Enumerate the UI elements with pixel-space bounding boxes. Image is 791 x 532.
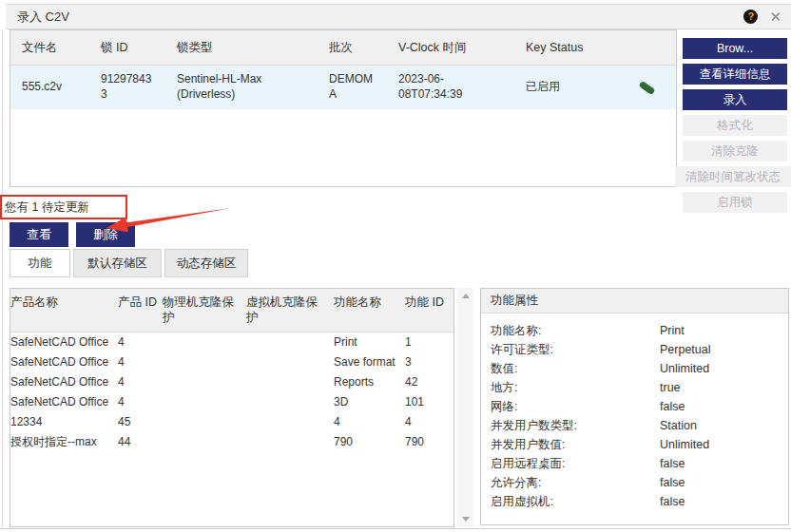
pending-update-highlight-box: 您有 1 待定更新 [0,195,127,219]
clear-clone-button[interactable]: 清除克隆 [683,141,787,162]
property-row: 数值: Unlimited [481,359,788,378]
product-name-cell: SafeNetCAD Office [10,395,118,409]
tab-default-storage[interactable]: 默认存储区 [73,249,162,277]
property-label: 并发用户数值: [481,437,660,453]
feature-id-cell: 3 [405,355,453,370]
col-vclock-time: V-Clock 时间 [398,40,526,56]
feature-name-cell: Reports [334,375,405,390]
key-status-cell: 已启用 [526,80,560,95]
feature-id-cell: 101 [405,395,453,409]
property-label: 功能名称: [481,323,660,339]
property-row: 并发用户数类型: Station [481,416,788,435]
tab-dynamic-storage[interactable]: 动态存储区 [164,249,248,277]
left-edge-divider [2,29,3,527]
product-name-cell: SafeNetCAD Office [10,355,118,370]
property-row: 并发用户数值: Unlimited [481,435,788,454]
property-label: 地方: [481,380,660,396]
col-file-name: 文件名 [22,40,101,56]
pending-update-text: 您有 1 待定更新 [2,200,89,216]
format-button[interactable]: 格式化 [683,115,787,136]
feature-name-cell: Save format [334,355,405,370]
property-label: 允许分离: [481,475,660,491]
table-row[interactable]: SafeNetCAD Office 4 3D 101 [10,392,453,412]
col-product-name: 产品名称 [10,294,118,326]
product-name-cell: SafeNetCAD Office [10,375,118,390]
col-vm-clone-protection: 虚拟机克隆保护 [246,294,334,326]
col-feature-name: 功能名称 [334,294,405,326]
property-value: Print [660,324,685,337]
product-name-cell: 12334 [10,415,118,429]
import-button[interactable]: 录入 [683,89,787,110]
property-value: Perpetual [660,343,711,356]
table-row[interactable]: 12334 45 4 4 [10,412,453,432]
property-row: 网络: false [481,397,788,416]
property-row: 许可证类型: Perpetual [481,340,788,359]
features-table-scrollbar[interactable] [457,288,473,527]
property-label: 数值: [481,361,660,377]
browse-button[interactable]: Brow... [683,38,787,59]
feature-name-cell: 3D [334,395,405,409]
scroll-down-arrow-icon[interactable] [457,511,473,527]
key-table-row[interactable]: 555.c2v 912978433 Sentinel-HL-Max (Drive… [10,66,676,109]
property-row: 启用虚拟机: false [481,492,788,511]
close-icon[interactable]: ✕ [769,10,781,24]
table-row[interactable]: 授权时指定--max 44 790 790 [10,432,453,452]
product-name-cell: 授权时指定--max [10,435,118,449]
property-row: 启用远程桌面: false [481,454,788,473]
property-label: 网络: [481,399,660,415]
property-value: Station [660,419,697,432]
property-label: 启用虚拟机: [481,494,660,510]
lock-id-cell: 912978433 [101,72,158,102]
feature-properties-list: 功能名称: Print 许可证类型: Perpetual 数值: Unlimit… [481,314,788,511]
col-batch: 批次 [329,40,398,56]
property-label: 并发用户数类型: [481,418,660,434]
product-name-cell: SafeNetCAD Office [10,335,118,350]
feature-name-cell: Print [334,335,405,350]
feature-properties-title: 功能属性 [481,289,788,314]
feature-id-cell: 4 [405,415,453,429]
import-c2v-dialog: 录入 C2V ? ✕ 文件名 锁 ID 锁类型 批次 V-Clock 时间 Ke… [0,0,791,532]
col-product-id: 产品 ID [118,294,163,326]
product-id-cell: 4 [118,355,163,370]
key-table: 文件名 锁 ID 锁类型 批次 V-Clock 时间 Key Status 55… [10,29,677,187]
enable-lock-button[interactable]: 启用锁 [683,192,787,213]
property-row: 功能名称: Print [481,321,788,340]
property-value: false [660,457,685,470]
scroll-up-arrow-icon[interactable] [457,288,473,304]
property-value: Unlimited [660,362,709,375]
table-row[interactable]: SafeNetCAD Office 4 Print 1 [10,332,453,352]
tab-features[interactable]: 功能 [10,249,70,277]
property-row: 允许分离: false [481,473,788,492]
storage-tabs: 功能 默认存储区 动态存储区 [10,249,248,277]
property-value: true [660,381,681,394]
property-value: false [660,495,685,508]
table-row[interactable]: SafeNetCAD Office 4 Reports 42 [10,372,453,392]
features-table-header: 产品名称 产品 ID 物理机克隆保护 虚拟机克隆保护 功能名称 功能 ID [10,289,453,332]
help-icon[interactable]: ? [743,10,758,24]
product-id-cell: 44 [118,435,163,449]
view-update-button[interactable]: 查看 [10,222,68,247]
features-table: 产品名称 产品 ID 物理机克隆保护 虚拟机克隆保护 功能名称 功能 ID Sa… [10,288,454,527]
view-details-button[interactable]: 查看详细信息 [683,64,787,85]
batch-cell: DEMOMA [329,72,376,102]
key-table-header: 文件名 锁 ID 锁类型 批次 V-Clock 时间 Key Status [10,30,676,66]
feature-name-cell: 4 [334,415,405,429]
product-id-cell: 4 [118,335,163,350]
product-id-cell: 45 [118,415,163,429]
lock-type-cell: Sentinel-HL-Max (Driverless) [177,72,319,102]
col-feature-id: 功能 ID [405,294,453,326]
vclock-time-cell: 2023-06-08T07:34:39 [398,72,474,102]
delete-update-button[interactable]: 删除 [76,222,135,247]
col-lock-id: 锁 ID [101,40,177,56]
bottom-edge-divider [0,528,791,529]
file-name-cell: 555.c2v [22,80,101,95]
feature-id-cell: 1 [405,335,453,350]
col-lock-type: 锁类型 [177,40,329,56]
table-row[interactable]: SafeNetCAD Office 4 Save format 3 [10,352,453,372]
property-label: 许可证类型: [481,342,660,358]
usb-dongle-icon [639,80,656,94]
dialog-titlebar: 录入 C2V ? ✕ [6,4,791,29]
property-label: 启用远程桌面: [481,456,660,472]
feature-id-cell: 42 [405,375,453,390]
clear-time-tamper-button[interactable]: 清除时间篡改状态 [675,166,791,187]
